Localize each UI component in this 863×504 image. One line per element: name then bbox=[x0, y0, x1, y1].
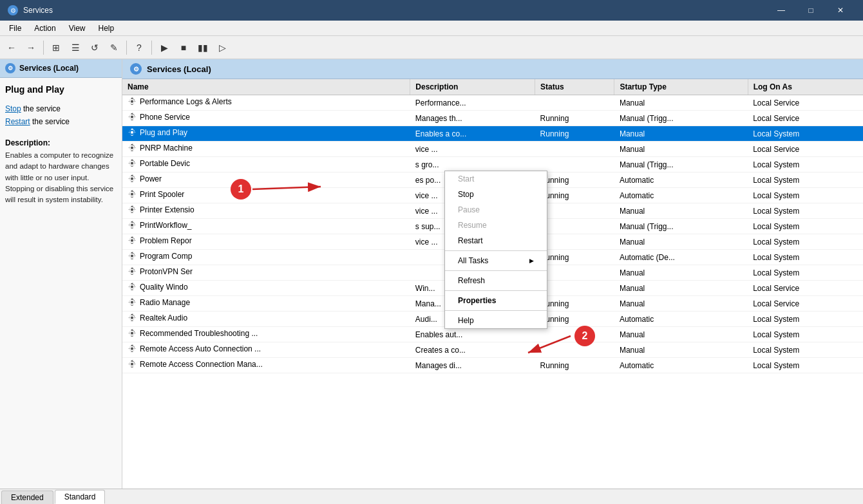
service-startup-cell: Manual bbox=[614, 296, 748, 312]
context-menu-label: Start bbox=[458, 174, 474, 183]
service-name: Print Spooler bbox=[140, 190, 184, 199]
context-menu-item-resume: Resume bbox=[445, 218, 547, 233]
context-menu-item-pause: Pause bbox=[445, 202, 547, 218]
context-menu-item-refresh[interactable]: Refresh bbox=[445, 273, 547, 288]
service-startup-cell: Automatic (De... bbox=[614, 250, 748, 265]
content-header-label: Services (Local) bbox=[147, 64, 211, 74]
service-startup-cell: Manual bbox=[614, 95, 748, 111]
menu-item-view[interactable]: View bbox=[62, 23, 92, 34]
service-name: Radio Manage bbox=[140, 298, 190, 307]
service-startup-cell: Manual (Trigg... bbox=[614, 111, 748, 126]
pause-toolbar-button[interactable]: ▮▮ bbox=[194, 39, 212, 56]
service-logon-cell: Local System bbox=[748, 312, 863, 327]
service-logon-cell: Local System bbox=[748, 358, 863, 373]
table-row[interactable]: Plug and PlayEnables a co...RunningManua… bbox=[122, 126, 863, 142]
service-name-cell: PrintWorkflow_ bbox=[122, 219, 410, 234]
context-menu-item-restart[interactable]: Restart bbox=[445, 233, 547, 248]
service-startup-cell: Manual bbox=[614, 234, 748, 250]
service-logon-cell: Local Service bbox=[748, 281, 863, 296]
service-name: Remote Access Auto Connection ... bbox=[140, 344, 261, 353]
service-name-cell: Plug and Play bbox=[122, 126, 410, 142]
sidebar-service-title: Plug and Play bbox=[5, 84, 117, 95]
context-menu-label: Refresh bbox=[458, 276, 485, 285]
service-logon-cell: Local System bbox=[748, 342, 863, 358]
restart-service-link[interactable]: Restart bbox=[5, 117, 30, 126]
stop-toolbar-button[interactable]: ■ bbox=[175, 39, 193, 56]
forward-button[interactable]: → bbox=[22, 39, 40, 56]
table-row[interactable]: Remote Access Connection Mana...Manages … bbox=[122, 358, 863, 373]
context-menu-item-properties[interactable]: Properties bbox=[445, 293, 547, 308]
context-menu-item-stop[interactable]: Stop bbox=[445, 187, 547, 202]
service-logon-cell: Local System bbox=[748, 173, 863, 188]
service-status-cell bbox=[535, 342, 614, 358]
minimize-button[interactable]: — bbox=[766, 0, 796, 21]
service-name: Quality Windo bbox=[140, 283, 188, 292]
table-row[interactable]: Portable Devics gro...Manual (Trigg...Lo… bbox=[122, 157, 863, 173]
column-header-description[interactable]: Description bbox=[410, 79, 535, 95]
service-logon-cell: Local System bbox=[748, 250, 863, 265]
menu-item-file[interactable]: File bbox=[3, 23, 28, 34]
column-header-startup-type[interactable]: Startup Type bbox=[614, 79, 748, 95]
context-menu-separator bbox=[445, 250, 547, 251]
table-header-row: NameDescriptionStatusStartup TypeLog On … bbox=[122, 79, 863, 95]
menu-item-action[interactable]: Action bbox=[28, 23, 62, 34]
sidebar-content: Plug and Play Stop the service Restart t… bbox=[0, 78, 122, 489]
restart-toolbar-button[interactable]: ▷ bbox=[213, 39, 231, 56]
back-button[interactable]: ← bbox=[3, 39, 21, 56]
service-logon-cell: Local System bbox=[748, 327, 863, 342]
service-name-cell: Phone Service bbox=[122, 111, 410, 126]
service-desc-cell: Manages th... bbox=[410, 111, 535, 126]
bottom-tabs: ExtendedStandard bbox=[0, 489, 863, 504]
column-header-status[interactable]: Status bbox=[535, 79, 614, 95]
table-row[interactable]: Performance Logs & AlertsPerformance...M… bbox=[122, 95, 863, 111]
service-desc-cell: Manages di... bbox=[410, 358, 535, 373]
menu-item-help[interactable]: Help bbox=[92, 23, 121, 34]
table-row[interactable]: Recommended Troubleshooting ...Enables a… bbox=[122, 327, 863, 342]
column-header-name[interactable]: Name bbox=[122, 79, 410, 95]
service-desc-cell: s gro... bbox=[410, 157, 535, 173]
view-button[interactable]: ⊞ bbox=[47, 39, 65, 56]
service-name-cell: Radio Manage bbox=[122, 296, 410, 312]
play-button[interactable]: ▶ bbox=[155, 39, 173, 56]
service-name-cell: ProtonVPN Ser bbox=[122, 265, 410, 281]
context-menu-item-help[interactable]: Help bbox=[445, 313, 547, 328]
stop-service-link[interactable]: Stop bbox=[5, 104, 21, 113]
annotation-1-label: 1 bbox=[238, 183, 244, 195]
service-logon-cell: Local Service bbox=[748, 95, 863, 111]
content-header-icon: ⚙ bbox=[130, 63, 142, 75]
submenu-arrow: ▶ bbox=[529, 257, 534, 264]
service-startup-cell: Automatic bbox=[614, 312, 748, 327]
service-startup-cell: Manual bbox=[614, 281, 748, 296]
service-name-cell: Remote Access Connection Mana... bbox=[122, 358, 410, 373]
service-name-cell: Portable Devic bbox=[122, 157, 410, 173]
service-logon-cell: Local System bbox=[748, 203, 863, 219]
service-name-cell: Recommended Troubleshooting ... bbox=[122, 327, 410, 342]
service-name-cell: Quality Windo bbox=[122, 281, 410, 296]
context-menu-item-start: Start bbox=[445, 171, 547, 187]
tab-standard[interactable]: Standard bbox=[55, 490, 106, 504]
service-startup-cell: Manual bbox=[614, 203, 748, 219]
maximize-button[interactable]: □ bbox=[796, 0, 826, 21]
restart-link-line: Restart the service bbox=[5, 115, 117, 128]
close-button[interactable]: ✕ bbox=[826, 0, 855, 21]
app-icon: ⚙ bbox=[8, 5, 18, 15]
tab-extended[interactable]: Extended bbox=[1, 490, 53, 504]
toolbar: ← → ⊞ ☰ ↺ ✎ ? ▶ ■ ▮▮ ▷ bbox=[0, 36, 863, 59]
export-button[interactable]: ✎ bbox=[105, 39, 123, 56]
service-name: Program Comp bbox=[140, 252, 192, 261]
service-startup-cell: Manual bbox=[614, 126, 748, 142]
service-name: Phone Service bbox=[140, 113, 190, 122]
sidebar-description: Description: Enables a computer to recog… bbox=[5, 138, 117, 205]
context-menu-item-all-tasks[interactable]: All Tasks▶ bbox=[445, 253, 547, 268]
service-logon-cell: Local System bbox=[748, 126, 863, 142]
service-desc-cell: Performance... bbox=[410, 95, 535, 111]
list-button[interactable]: ☰ bbox=[66, 39, 84, 56]
column-header-log-on-as[interactable]: Log On As bbox=[748, 79, 863, 95]
table-row[interactable]: Phone ServiceManages th...RunningManual … bbox=[122, 111, 863, 126]
desc-title: Description: bbox=[5, 138, 117, 147]
table-row[interactable]: PNRP Machinevice ...ManualLocal Service bbox=[122, 142, 863, 157]
service-name: PrintWorkflow_ bbox=[140, 221, 191, 230]
refresh-toolbar-button[interactable]: ↺ bbox=[86, 39, 104, 56]
help-toolbar-button[interactable]: ? bbox=[130, 39, 148, 56]
table-row[interactable]: Remote Access Auto Connection ...Creates… bbox=[122, 342, 863, 358]
